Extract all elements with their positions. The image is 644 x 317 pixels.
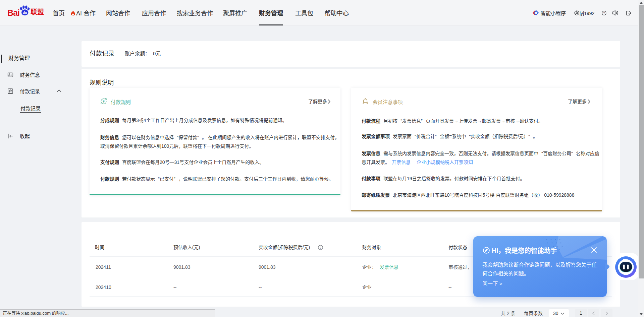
svg-text:du: du bbox=[23, 10, 27, 14]
svg-text:?: ? bbox=[320, 246, 321, 249]
svg-text:?: ? bbox=[603, 11, 605, 15]
svg-text:¥: ¥ bbox=[103, 99, 105, 103]
